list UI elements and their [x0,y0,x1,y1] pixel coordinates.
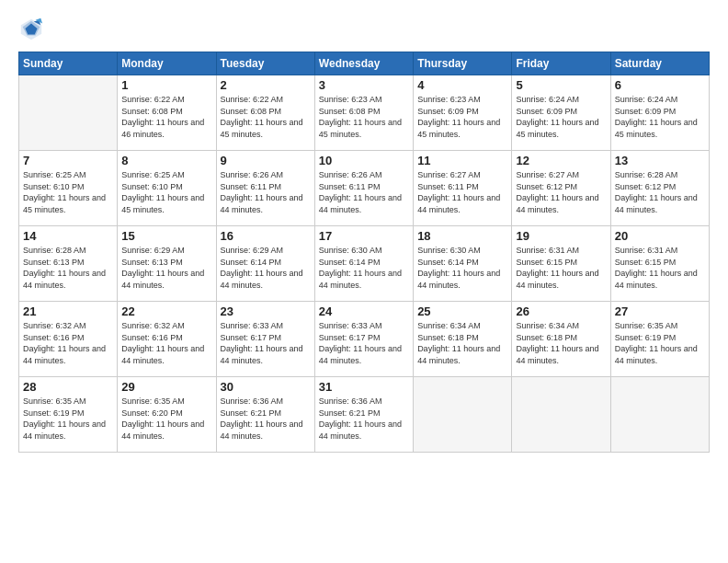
cell-info: Sunrise: 6:36 AM Sunset: 6:21 PM Dayligh… [319,396,409,442]
day-number: 8 [121,154,211,167]
cell-info: Sunrise: 6:27 AM Sunset: 6:11 PM Dayligh… [417,169,507,215]
cell-info: Sunrise: 6:22 AM Sunset: 6:08 PM Dayligh… [221,94,311,140]
calendar-cell: 6Sunrise: 6:24 AM Sunset: 6:09 PM Daylig… [610,75,709,151]
day-number: 5 [516,78,606,92]
weekday-header-sunday: Sunday [19,52,118,75]
day-number: 27 [615,304,705,318]
cell-info: Sunrise: 6:32 AM Sunset: 6:16 PM Dayligh… [23,320,113,366]
calendar-cell: 27Sunrise: 6:35 AM Sunset: 6:19 PM Dayli… [610,302,709,377]
day-number: 1 [121,78,211,92]
calendar-cell: 3Sunrise: 6:23 AM Sunset: 6:08 PM Daylig… [314,75,413,151]
calendar-cell: 31Sunrise: 6:36 AM Sunset: 6:21 PM Dayli… [314,377,413,453]
cell-info: Sunrise: 6:28 AM Sunset: 6:12 PM Dayligh… [615,169,705,215]
calendar-cell [610,377,709,453]
calendar-week-3: 14Sunrise: 6:28 AM Sunset: 6:13 PM Dayli… [19,226,710,302]
calendar-cell: 10Sunrise: 6:26 AM Sunset: 6:11 PM Dayli… [314,151,413,226]
calendar-cell: 26Sunrise: 6:34 AM Sunset: 6:18 PM Dayli… [512,302,610,377]
calendar-cell: 25Sunrise: 6:34 AM Sunset: 6:18 PM Dayli… [414,302,512,377]
calendar-cell: 13Sunrise: 6:28 AM Sunset: 6:12 PM Dayli… [610,151,709,226]
calendar-cell: 11Sunrise: 6:27 AM Sunset: 6:11 PM Dayli… [414,151,512,226]
cell-info: Sunrise: 6:24 AM Sunset: 6:09 PM Dayligh… [615,94,705,140]
cell-info: Sunrise: 6:26 AM Sunset: 6:11 PM Dayligh… [221,169,311,215]
weekday-header-wednesday: Wednesday [314,52,413,75]
day-number: 4 [417,78,507,92]
cell-info: Sunrise: 6:30 AM Sunset: 6:14 PM Dayligh… [417,245,507,291]
cell-info: Sunrise: 6:35 AM Sunset: 6:19 PM Dayligh… [23,396,113,442]
day-number: 6 [615,78,705,92]
calendar-cell: 5Sunrise: 6:24 AM Sunset: 6:09 PM Daylig… [512,75,610,151]
calendar-cell: 21Sunrise: 6:32 AM Sunset: 6:16 PM Dayli… [19,302,118,377]
day-number: 25 [417,304,507,318]
weekday-header-thursday: Thursday [414,52,512,75]
calendar-week-5: 28Sunrise: 6:35 AM Sunset: 6:19 PM Dayli… [19,377,710,453]
calendar-cell: 24Sunrise: 6:33 AM Sunset: 6:17 PM Dayli… [314,302,413,377]
calendar-cell: 4Sunrise: 6:23 AM Sunset: 6:09 PM Daylig… [414,75,512,151]
calendar-cell: 22Sunrise: 6:32 AM Sunset: 6:16 PM Dayli… [118,302,216,377]
calendar-cell: 7Sunrise: 6:25 AM Sunset: 6:10 PM Daylig… [19,151,118,226]
day-number: 23 [221,304,311,318]
calendar-cell: 8Sunrise: 6:25 AM Sunset: 6:10 PM Daylig… [118,151,216,226]
weekday-header-tuesday: Tuesday [216,52,314,75]
weekday-header-friday: Friday [512,52,610,75]
calendar-cell: 18Sunrise: 6:30 AM Sunset: 6:14 PM Dayli… [414,226,512,302]
calendar-cell: 20Sunrise: 6:31 AM Sunset: 6:15 PM Dayli… [610,226,709,302]
day-number: 29 [121,380,211,394]
cell-info: Sunrise: 6:25 AM Sunset: 6:10 PM Dayligh… [121,169,211,215]
calendar-cell: 29Sunrise: 6:35 AM Sunset: 6:20 PM Dayli… [118,377,216,453]
day-number: 31 [319,380,409,394]
cell-info: Sunrise: 6:23 AM Sunset: 6:09 PM Dayligh… [417,94,507,140]
calendar-cell: 15Sunrise: 6:29 AM Sunset: 6:13 PM Dayli… [118,226,216,302]
cell-info: Sunrise: 6:29 AM Sunset: 6:14 PM Dayligh… [221,245,311,291]
day-number: 13 [615,154,705,167]
cell-info: Sunrise: 6:33 AM Sunset: 6:17 PM Dayligh… [319,320,409,366]
day-number: 9 [221,154,311,167]
cell-info: Sunrise: 6:31 AM Sunset: 6:15 PM Dayligh… [516,245,606,291]
calendar-cell: 12Sunrise: 6:27 AM Sunset: 6:12 PM Dayli… [512,151,610,226]
day-number: 20 [615,229,705,243]
cell-info: Sunrise: 6:29 AM Sunset: 6:13 PM Dayligh… [121,245,211,291]
day-number: 10 [319,154,409,167]
cell-info: Sunrise: 6:27 AM Sunset: 6:12 PM Dayligh… [516,169,606,215]
calendar-table: SundayMondayTuesdayWednesdayThursdayFrid… [18,52,710,453]
logo-icon [18,17,44,42]
calendar-cell: 19Sunrise: 6:31 AM Sunset: 6:15 PM Dayli… [512,226,610,302]
cell-info: Sunrise: 6:23 AM Sunset: 6:08 PM Dayligh… [319,94,409,140]
day-number: 3 [319,78,409,92]
cell-info: Sunrise: 6:31 AM Sunset: 6:15 PM Dayligh… [615,245,705,291]
calendar-cell: 16Sunrise: 6:29 AM Sunset: 6:14 PM Dayli… [216,226,314,302]
calendar-cell: 1Sunrise: 6:22 AM Sunset: 6:08 PM Daylig… [118,75,216,151]
day-number: 17 [319,229,409,243]
calendar-cell [414,377,512,453]
cell-info: Sunrise: 6:25 AM Sunset: 6:10 PM Dayligh… [23,169,113,215]
weekday-header-monday: Monday [118,52,216,75]
day-number: 18 [417,229,507,243]
cell-info: Sunrise: 6:34 AM Sunset: 6:18 PM Dayligh… [516,320,606,366]
cell-info: Sunrise: 6:32 AM Sunset: 6:16 PM Dayligh… [121,320,211,366]
logo [18,17,46,42]
calendar-cell: 23Sunrise: 6:33 AM Sunset: 6:17 PM Dayli… [216,302,314,377]
calendar-cell: 9Sunrise: 6:26 AM Sunset: 6:11 PM Daylig… [216,151,314,226]
cell-info: Sunrise: 6:35 AM Sunset: 6:20 PM Dayligh… [121,396,211,442]
cell-info: Sunrise: 6:28 AM Sunset: 6:13 PM Dayligh… [23,245,113,291]
calendar-week-2: 7Sunrise: 6:25 AM Sunset: 6:10 PM Daylig… [19,151,710,226]
calendar-cell: 2Sunrise: 6:22 AM Sunset: 6:08 PM Daylig… [216,75,314,151]
day-number: 22 [121,304,211,318]
page: SundayMondayTuesdayWednesdayThursdayFrid… [0,0,728,563]
day-number: 11 [417,154,507,167]
calendar-week-1: 1Sunrise: 6:22 AM Sunset: 6:08 PM Daylig… [19,75,710,151]
day-number: 28 [23,380,113,394]
calendar-cell: 14Sunrise: 6:28 AM Sunset: 6:13 PM Dayli… [19,226,118,302]
header [18,17,710,42]
day-number: 24 [319,304,409,318]
cell-info: Sunrise: 6:36 AM Sunset: 6:21 PM Dayligh… [221,396,311,442]
calendar-cell: 17Sunrise: 6:30 AM Sunset: 6:14 PM Dayli… [314,226,413,302]
cell-info: Sunrise: 6:35 AM Sunset: 6:19 PM Dayligh… [615,320,705,366]
day-number: 2 [221,78,311,92]
calendar-cell [512,377,610,453]
weekday-header-row: SundayMondayTuesdayWednesdayThursdayFrid… [19,52,710,75]
day-number: 19 [516,229,606,243]
cell-info: Sunrise: 6:30 AM Sunset: 6:14 PM Dayligh… [319,245,409,291]
day-number: 14 [23,229,113,243]
calendar-cell: 30Sunrise: 6:36 AM Sunset: 6:21 PM Dayli… [216,377,314,453]
calendar-cell [19,75,118,151]
